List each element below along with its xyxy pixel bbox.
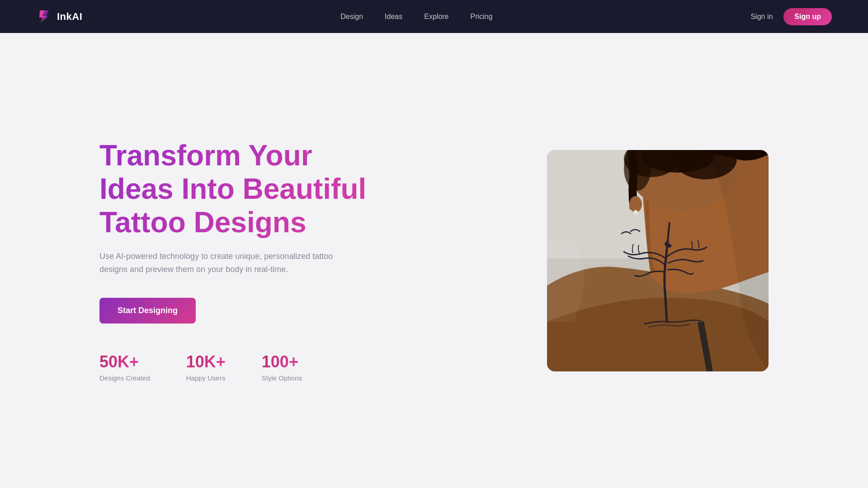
stat-styles-label: Style Options [262, 374, 302, 382]
stats-row: 50K+ Designs Created 10K+ Happy Users 10… [99, 352, 393, 382]
svg-point-10 [668, 244, 671, 248]
hero-illustration [547, 150, 769, 371]
hero-title: Transform Your Ideas Into Beautiful Tatt… [99, 139, 393, 239]
nav-link-explore[interactable]: Explore [424, 13, 448, 21]
stat-styles-number: 100+ [262, 352, 298, 371]
stat-users-number: 10K+ [186, 352, 226, 371]
stat-happy-users: 10K+ Happy Users [186, 352, 226, 382]
stat-designs-created: 50K+ Designs Created [99, 352, 150, 382]
nav-link-design[interactable]: Design [340, 13, 363, 21]
hero-left: Transform Your Ideas Into Beautiful Tatt… [99, 139, 393, 381]
logo-text: InkAI [57, 11, 82, 23]
navbar-actions: Sign in Sign up [750, 8, 832, 25]
hero-image [547, 150, 769, 371]
nav-links: Design Ideas Explore Pricing [340, 13, 492, 21]
svg-point-7 [629, 196, 642, 212]
start-designing-button[interactable]: Start Designing [99, 298, 196, 324]
nav-link-ideas[interactable]: Ideas [385, 13, 402, 21]
hero-right [547, 150, 769, 371]
hero-subtitle: Use AI-powered technology to create uniq… [99, 250, 335, 276]
nav-link-pricing[interactable]: Pricing [471, 13, 493, 21]
logo-icon [36, 9, 52, 25]
stat-style-options: 100+ Style Options [262, 352, 302, 382]
sign-up-button[interactable]: Sign up [783, 8, 832, 25]
main-content: Transform Your Ideas Into Beautiful Tatt… [0, 33, 868, 488]
logo[interactable]: InkAI [36, 9, 82, 25]
stat-users-label: Happy Users [186, 374, 226, 382]
sign-in-button[interactable]: Sign in [750, 13, 773, 21]
navbar: InkAI Design Ideas Explore Pricing Sign … [0, 0, 868, 33]
stat-designs-label: Designs Created [99, 374, 150, 382]
stat-designs-number: 50K+ [99, 352, 139, 371]
svg-point-8 [633, 210, 638, 215]
